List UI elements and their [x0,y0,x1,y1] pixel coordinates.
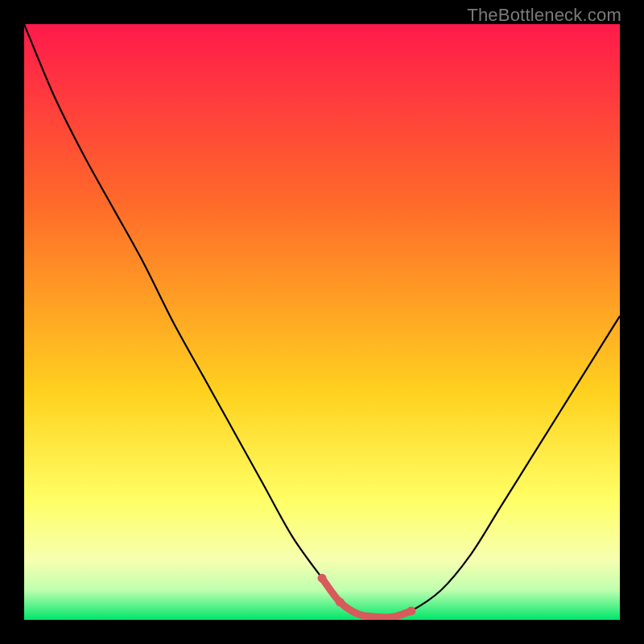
bottleneck-chart [24,24,620,620]
chart-frame: TheBottleneck.com [0,0,644,644]
sweet-spot-dot [407,606,416,615]
watermark-text: TheBottleneck.com [467,5,621,26]
gradient-background [24,24,620,620]
plot-area [24,24,620,620]
sweet-spot-dot [318,574,327,583]
sweet-spot-dot [336,597,345,606]
